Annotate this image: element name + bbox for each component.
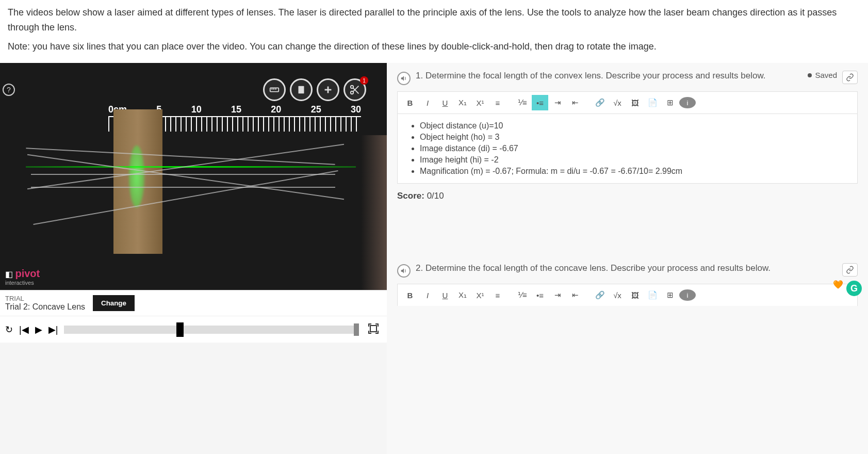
question-1: 1. Determine the focal length of the con… — [397, 71, 858, 201]
image-button[interactable]: 🖼 — [627, 95, 643, 110]
lens-glass — [129, 145, 144, 207]
help-button[interactable]: ? — [3, 84, 15, 96]
analysis-line[interactable] — [31, 187, 335, 188]
outdent-button[interactable]: ⇤ — [567, 287, 583, 303]
trial-bar: TRIAL Trial 2: Concave Lens Change — [0, 290, 387, 316]
heart-icon: 🧡 — [833, 280, 843, 289]
math-button[interactable]: √x — [609, 95, 626, 110]
questions-panel: 1. Determine the focal length of the con… — [387, 63, 868, 454]
editor-toolbar-2: B I U X₁ X¹ ≡ ⅟≡ •≡ ⇥ ⇤ 🔗 √x 🖼 📄 ⊞ — [397, 284, 858, 306]
instruction-p1: The videos below show a laser aimed at d… — [8, 5, 860, 35]
align-button[interactable]: ≡ — [489, 95, 506, 110]
ordered-list-button[interactable]: ⅟≡ — [514, 95, 531, 110]
math-button[interactable]: √x — [609, 287, 626, 303]
link-icon[interactable] — [842, 71, 858, 84]
ruler-tool-button[interactable] — [263, 78, 286, 101]
instruction-p2: Note: you have six lines that you can pl… — [8, 39, 860, 54]
answer-item: Object distance (u)=10 — [420, 121, 848, 131]
underline-button[interactable]: U — [437, 287, 453, 303]
info-button[interactable]: i — [679, 289, 696, 301]
answer-list: Object distance (u)=10 Object height (ho… — [407, 121, 848, 176]
info-button[interactable]: i — [679, 97, 696, 108]
marker-tool-button[interactable]: 1 — [290, 78, 313, 101]
progress-thumb[interactable] — [176, 322, 184, 337]
table-button[interactable]: ⊞ — [662, 287, 678, 303]
unordered-list-button[interactable]: •≡ — [532, 287, 548, 303]
file-button[interactable]: 📄 — [644, 287, 661, 303]
audio-icon[interactable] — [397, 72, 411, 85]
prev-frame-button[interactable]: |◀ — [19, 324, 29, 335]
unordered-list-button[interactable]: •≡ — [532, 95, 548, 110]
answer-item: Magnification (m) = -0.67; Formula: m = … — [420, 167, 848, 176]
add-tool-button[interactable] — [317, 78, 339, 101]
hand-background — [361, 135, 387, 290]
instructions-text: The videos below show a laser aimed at d… — [0, 0, 868, 63]
subscript-button[interactable]: X₁ — [454, 287, 471, 303]
video-panel: ? 1 — [0, 63, 387, 454]
analysis-line[interactable] — [26, 148, 335, 165]
saved-dot-icon — [808, 73, 812, 77]
subscript-button[interactable]: X₁ — [454, 95, 471, 110]
link-button[interactable]: 🔗 — [592, 287, 608, 303]
playback-controls: ↻ |◀ ▶ ▶| — [0, 316, 387, 343]
saved-status: Saved — [808, 71, 837, 79]
indent-button[interactable]: ⇥ — [549, 95, 566, 110]
answer-item: Image height (hi) = -2 — [420, 155, 848, 165]
pivot-logo: ◧ pivot interactives — [5, 268, 40, 286]
score-display: Score: 0/10 — [397, 191, 858, 201]
question-2: 2. Determine the focal length of the con… — [397, 263, 858, 306]
answer-editor-1[interactable]: Object distance (u)=10 Object height (ho… — [397, 113, 858, 184]
editor-toolbar-1: B I U X₁ X¹ ≡ ⅟≡ •≡ ⇥ ⇤ 🔗 √x 🖼 📄 ⊞ — [397, 91, 858, 113]
svg-rect-11 — [370, 326, 376, 332]
bold-button[interactable]: B — [402, 95, 418, 110]
indent-button[interactable]: ⇥ — [549, 287, 566, 303]
answer-item: Image distance (di) = -6.67 — [420, 144, 848, 153]
question-2-text: 2. Determine the focal length of the con… — [416, 263, 837, 273]
trial-name: Trial 2: Concave Lens — [5, 302, 85, 312]
link-button[interactable]: 🔗 — [592, 95, 608, 110]
underline-button[interactable]: U — [437, 95, 453, 110]
next-frame-button[interactable]: ▶| — [48, 324, 58, 335]
align-button[interactable]: ≡ — [489, 287, 506, 303]
change-trial-button[interactable]: Change — [93, 295, 135, 311]
analysis-line[interactable] — [33, 170, 338, 225]
svg-rect-4 — [299, 86, 304, 94]
audio-icon[interactable] — [397, 264, 411, 278]
superscript-button[interactable]: X¹ — [472, 287, 488, 303]
video-viewport[interactable]: ? 1 — [0, 63, 387, 290]
svg-point-8 — [351, 91, 354, 94]
play-button[interactable]: ▶ — [35, 324, 42, 335]
italic-button[interactable]: I — [419, 287, 436, 303]
ordered-list-button[interactable]: ⅟≡ — [514, 287, 531, 303]
restart-button[interactable]: ↻ — [5, 324, 13, 335]
table-button[interactable]: ⊞ — [662, 95, 678, 110]
answer-item: Object height (ho) = 3 — [420, 133, 848, 142]
superscript-button[interactable]: X¹ — [472, 95, 488, 110]
bold-button[interactable]: B — [402, 287, 418, 303]
question-1-text: 1. Determine the focal length of the con… — [416, 71, 803, 81]
link-icon[interactable] — [842, 263, 858, 277]
progress-end-marker[interactable] — [354, 323, 359, 336]
svg-point-7 — [351, 86, 354, 89]
laser-beam — [26, 166, 356, 168]
analysis-line[interactable] — [31, 174, 335, 175]
progress-slider[interactable] — [64, 326, 359, 334]
trial-label: TRIAL — [5, 295, 85, 302]
image-button[interactable]: 🖼 — [627, 287, 643, 303]
fullscreen-button[interactable] — [365, 320, 382, 338]
file-button[interactable]: 📄 — [644, 95, 661, 110]
italic-button[interactable]: I — [419, 95, 436, 110]
grammarly-icon[interactable]: G — [846, 281, 862, 296]
outdent-button[interactable]: ⇤ — [567, 95, 583, 110]
